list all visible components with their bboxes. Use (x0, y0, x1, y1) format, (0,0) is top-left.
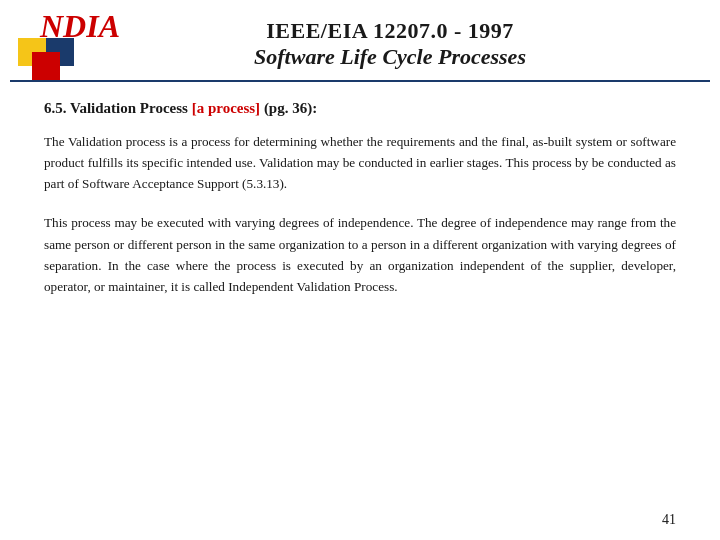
section-heading-main: 6.5. Validation Process (44, 100, 192, 116)
ndia-text: NDIA (40, 10, 120, 42)
paragraph-1: The Validation process is a process for … (44, 131, 676, 194)
process-tag: [a process] (192, 100, 260, 116)
main-content: 6.5. Validation Process [a process] (pg.… (0, 82, 720, 325)
title-line2: Software Life Cycle Processes (100, 44, 680, 70)
header: NDIA IEEE/EIA 12207.0 - 1997 Software Li… (0, 0, 720, 80)
page-number: 41 (662, 512, 676, 528)
red-square (32, 52, 60, 80)
paragraph-2: This process may be executed with varyin… (44, 212, 676, 297)
title-block: IEEE/EIA 12207.0 - 1997 Software Life Cy… (100, 18, 680, 70)
title-line1: IEEE/EIA 12207.0 - 1997 (100, 18, 680, 44)
section-heading-rest: (pg. 36): (260, 100, 317, 116)
section-heading: 6.5. Validation Process [a process] (pg.… (44, 100, 676, 117)
ndia-logo: NDIA (18, 10, 108, 80)
